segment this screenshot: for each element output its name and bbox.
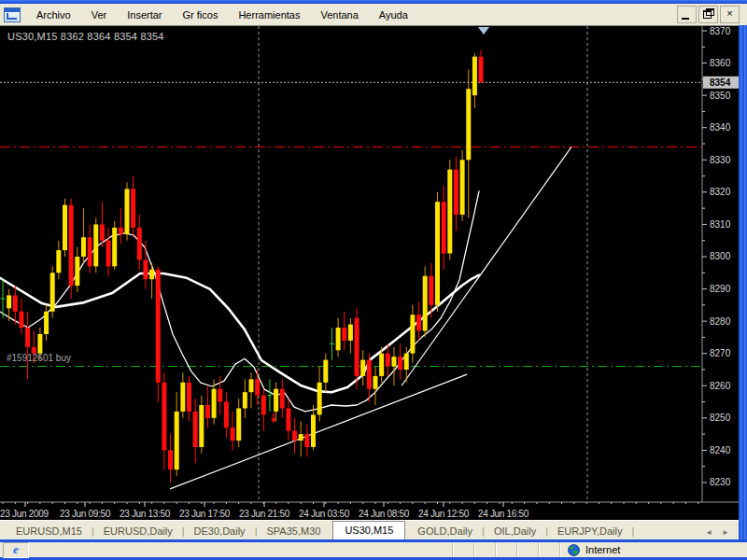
status-cell — [516, 542, 538, 557]
candle-body-down — [442, 202, 446, 253]
minimize-button[interactable] — [677, 6, 697, 23]
menu-item-archivo[interactable]: Archivo — [26, 7, 81, 23]
menu-item-ventana[interactable]: Ventana — [310, 7, 368, 23]
candle-body-up — [243, 392, 247, 408]
chart-area[interactable]: 8230824082508260827082808290830083108320… — [0, 25, 739, 521]
ie-icon: e — [3, 542, 29, 558]
price-axis-label: 8230 — [710, 477, 731, 487]
candle-body-up — [112, 228, 117, 266]
candle-body-down — [367, 360, 372, 389]
menu-item-herramientas[interactable]: Herramientas — [228, 7, 310, 23]
status-bar: e Internet — [0, 539, 747, 560]
candle-body-up — [75, 257, 79, 286]
status-zone-cell: Internet — [559, 542, 747, 557]
candle-body-up — [460, 160, 465, 215]
menu-item-ver[interactable]: Ver — [81, 7, 118, 23]
candle-body-down — [137, 228, 142, 260]
status-main-panel — [29, 542, 452, 557]
menu-item-insertar[interactable]: Insertar — [117, 7, 172, 23]
globe-icon — [568, 544, 580, 556]
candle-body-down — [218, 389, 222, 402]
candle-body-down — [13, 295, 18, 311]
candle-body-up — [374, 376, 378, 389]
menu-items: ArchivoVerInsertarGr ficosHerramientasVe… — [26, 7, 418, 23]
tab-spa35-m30[interactable]: SPA35,M30 — [258, 523, 329, 540]
tab-eurusd-m15[interactable]: EURUSD,M15 — [7, 523, 91, 540]
candle-body-up — [311, 414, 316, 447]
restore-button[interactable] — [698, 6, 718, 23]
candle-body-up — [175, 412, 179, 469]
candle-body-down — [187, 383, 191, 412]
menu-item-graficos[interactable]: Gr ficos — [173, 7, 229, 23]
buy-order-label: #15912601 buy — [7, 353, 71, 363]
candle-body-up — [466, 89, 471, 160]
ma-slow-line — [0, 273, 479, 392]
status-cells — [452, 542, 559, 557]
candle-body-up — [317, 383, 322, 415]
candle-body-down — [255, 379, 260, 395]
candle-body-down — [304, 434, 309, 447]
candle-body-up — [50, 273, 55, 311]
candle-body-down — [119, 228, 123, 234]
candle-body-up — [447, 170, 452, 254]
tab-scroll-right-icon[interactable]: ► — [722, 528, 729, 537]
candle-body-up — [212, 389, 217, 418]
mt4-window: ArchivoVerInsertarGr ficosHerramientasVe… — [0, 0, 747, 560]
symbol-ohlc-label: US30,M15 8362 8364 8354 8354 — [7, 31, 164, 42]
candle-body-down — [280, 389, 285, 409]
candle-body-down — [156, 270, 161, 383]
price-axis-label: 8300 — [710, 251, 731, 261]
time-axis-label: 23 Jun 09:50 — [60, 509, 111, 519]
time-axis-label: 23 Jun 21:50 — [239, 509, 290, 519]
time-axis-label: 24 Jun 03:50 — [299, 509, 350, 519]
candle-body-up — [472, 57, 477, 95]
tab-gold-daily[interactable]: GOLD,Daily — [409, 523, 481, 540]
candle-body-down — [88, 237, 92, 266]
candle-body-down — [342, 328, 346, 341]
candle-body-up — [236, 408, 241, 441]
candle-body-down — [231, 427, 235, 441]
candle-body-down — [19, 312, 23, 328]
tab-scroll-left-icon[interactable]: ◄ — [705, 528, 712, 537]
candle-body-down — [131, 189, 135, 227]
tab-oil-daily[interactable]: OIL,Daily — [486, 523, 544, 540]
candle-body-down — [292, 431, 297, 441]
candle-body-up — [249, 379, 254, 392]
tab-eurusd-daily[interactable]: EURUSD,Daily — [95, 523, 181, 540]
candle-body-up — [274, 389, 278, 412]
candle-body-up — [435, 202, 440, 305]
candle-body-down — [106, 241, 111, 267]
candle-body-down — [162, 383, 166, 451]
time-axis-label: 24 Jun 16:50 — [478, 509, 529, 519]
price-axis-label: 8250 — [710, 413, 731, 423]
candle-body-up — [404, 354, 409, 370]
close-button[interactable]: × — [720, 6, 740, 23]
status-cell — [538, 542, 559, 557]
candle-body-up — [37, 334, 42, 354]
chart-tabs-bar: EURUSD,M15|EURUSD,Daily|DE30,Daily|SPA35… — [0, 520, 739, 540]
price-axis-label: 8370 — [710, 26, 731, 36]
candle-body-down — [386, 354, 390, 367]
candle-body-down — [143, 259, 148, 279]
tab-de30-daily[interactable]: DE30,Daily — [186, 523, 254, 540]
candle-body-down — [416, 315, 421, 330]
candle-body-down — [261, 396, 266, 415]
price-axis-label: 8310 — [710, 219, 731, 230]
candle-body-up — [180, 383, 185, 412]
candle-body-down — [479, 57, 484, 83]
tab-eurjpy-daily[interactable]: EURJPY,Daily — [549, 523, 631, 540]
price-axis-label: 8330 — [710, 155, 731, 165]
time-axis-label: 24 Jun 12:50 — [418, 509, 470, 519]
menu-item-ayuda[interactable]: Ayuda — [369, 7, 418, 23]
candle-body-up — [81, 237, 86, 257]
candlestick-plot[interactable]: 8230824082508260827082808290830083108320… — [0, 26, 739, 521]
tab-us30-m15[interactable]: US30,M15 — [332, 521, 405, 540]
candle-body-up — [7, 295, 11, 308]
window-controls: × — [677, 6, 740, 23]
candle-body-up — [360, 360, 365, 376]
time-axis-label: 23 Jun 17:50 — [179, 509, 231, 519]
candle-body-up — [56, 250, 61, 273]
candle-body-up — [323, 360, 328, 383]
menu-bar: ArchivoVerInsertarGr ficosHerramientasVe… — [0, 4, 747, 26]
candle-body-up — [63, 205, 67, 250]
